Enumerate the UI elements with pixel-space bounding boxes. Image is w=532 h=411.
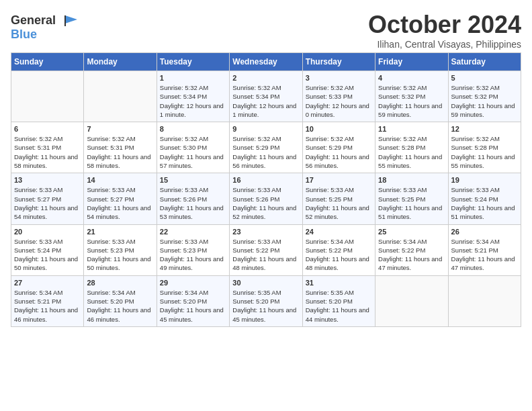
day-info: Sunrise: 5:34 AMSunset: 5:20 PMDaylight:… <box>87 288 153 324</box>
day-number: 15 <box>160 176 226 184</box>
day-info: Sunrise: 5:33 AMSunset: 5:26 PMDaylight:… <box>160 185 226 221</box>
calendar-week-row: 1Sunrise: 5:32 AMSunset: 5:34 PMDaylight… <box>11 71 521 122</box>
day-info: Sunrise: 5:32 AMSunset: 5:30 PMDaylight:… <box>160 134 226 170</box>
day-info: Sunrise: 5:33 AMSunset: 5:25 PMDaylight:… <box>378 185 445 221</box>
calendar-header-row: SundayMondayTuesdayWednesdayThursdayFrid… <box>11 53 521 71</box>
day-info: Sunrise: 5:32 AMSunset: 5:28 PMDaylight:… <box>378 134 445 170</box>
day-number: 9 <box>232 125 299 133</box>
calendar-day-header: Thursday <box>302 53 375 71</box>
svg-marker-0 <box>65 15 77 24</box>
day-info: Sunrise: 5:33 AMSunset: 5:23 PMDaylight:… <box>87 237 153 273</box>
calendar-cell: 25Sunrise: 5:34 AMSunset: 5:22 PMDayligh… <box>375 224 448 275</box>
calendar-cell: 27Sunrise: 5:34 AMSunset: 5:21 PMDayligh… <box>11 275 84 326</box>
calendar-cell: 8Sunrise: 5:32 AMSunset: 5:30 PMDaylight… <box>157 122 229 173</box>
logo: General Blue <box>11 13 79 42</box>
calendar-week-row: 20Sunrise: 5:33 AMSunset: 5:24 PMDayligh… <box>11 224 521 275</box>
title-section: October 2024 Ilihan, Central Visayas, Ph… <box>368 11 521 50</box>
calendar-day-header: Tuesday <box>157 53 229 71</box>
calendar-cell: 5Sunrise: 5:32 AMSunset: 5:32 PMDaylight… <box>448 71 521 122</box>
day-number: 2 <box>232 74 299 82</box>
calendar-cell: 30Sunrise: 5:35 AMSunset: 5:20 PMDayligh… <box>230 275 302 326</box>
day-number: 14 <box>87 176 153 184</box>
day-number: 27 <box>14 279 81 287</box>
calendar-cell: 31Sunrise: 5:35 AMSunset: 5:20 PMDayligh… <box>302 275 375 326</box>
day-info: Sunrise: 5:33 AMSunset: 5:26 PMDaylight:… <box>232 185 299 221</box>
day-number: 20 <box>14 228 81 236</box>
calendar-cell: 18Sunrise: 5:33 AMSunset: 5:25 PMDayligh… <box>375 173 448 224</box>
calendar-cell: 23Sunrise: 5:33 AMSunset: 5:22 PMDayligh… <box>230 224 302 275</box>
calendar-day-header: Friday <box>375 53 448 71</box>
day-number: 5 <box>451 74 518 82</box>
day-number: 31 <box>306 279 372 287</box>
day-info: Sunrise: 5:33 AMSunset: 5:27 PMDaylight:… <box>14 185 81 221</box>
day-info: Sunrise: 5:32 AMSunset: 5:34 PMDaylight:… <box>160 83 226 119</box>
day-info: Sunrise: 5:33 AMSunset: 5:23 PMDaylight:… <box>160 237 226 273</box>
day-number: 8 <box>160 125 226 133</box>
day-info: Sunrise: 5:32 AMSunset: 5:28 PMDaylight:… <box>451 134 518 170</box>
calendar-week-row: 13Sunrise: 5:33 AMSunset: 5:27 PMDayligh… <box>11 173 521 224</box>
calendar-cell: 9Sunrise: 5:32 AMSunset: 5:29 PMDaylight… <box>230 122 302 173</box>
calendar-cell: 2Sunrise: 5:32 AMSunset: 5:34 PMDaylight… <box>230 71 302 122</box>
day-number: 17 <box>306 176 372 184</box>
calendar-cell: 6Sunrise: 5:32 AMSunset: 5:31 PMDaylight… <box>11 122 84 173</box>
calendar-day-header: Monday <box>84 53 157 71</box>
day-number: 23 <box>232 228 299 236</box>
calendar-week-row: 6Sunrise: 5:32 AMSunset: 5:31 PMDaylight… <box>11 122 521 173</box>
calendar-cell: 24Sunrise: 5:34 AMSunset: 5:22 PMDayligh… <box>302 224 375 275</box>
calendar-cell <box>84 71 157 122</box>
day-number: 13 <box>14 176 81 184</box>
calendar-day-header: Saturday <box>448 53 521 71</box>
day-info: Sunrise: 5:33 AMSunset: 5:24 PMDaylight:… <box>451 185 518 221</box>
day-info: Sunrise: 5:32 AMSunset: 5:31 PMDaylight:… <box>14 134 81 170</box>
day-number: 11 <box>378 125 445 133</box>
calendar-cell: 11Sunrise: 5:32 AMSunset: 5:28 PMDayligh… <box>375 122 448 173</box>
day-number: 28 <box>87 279 153 287</box>
day-number: 16 <box>232 176 299 184</box>
calendar-cell: 3Sunrise: 5:32 AMSunset: 5:33 PMDaylight… <box>302 71 375 122</box>
day-info: Sunrise: 5:32 AMSunset: 5:29 PMDaylight:… <box>232 134 299 170</box>
calendar-cell <box>448 275 521 326</box>
day-number: 19 <box>451 176 518 184</box>
day-number: 26 <box>451 228 518 236</box>
day-info: Sunrise: 5:35 AMSunset: 5:20 PMDaylight:… <box>306 288 372 324</box>
day-info: Sunrise: 5:32 AMSunset: 5:29 PMDaylight:… <box>306 134 372 170</box>
day-info: Sunrise: 5:34 AMSunset: 5:22 PMDaylight:… <box>378 237 445 273</box>
calendar-cell: 4Sunrise: 5:32 AMSunset: 5:32 PMDaylight… <box>375 71 448 122</box>
calendar-cell: 14Sunrise: 5:33 AMSunset: 5:27 PMDayligh… <box>84 173 157 224</box>
day-info: Sunrise: 5:34 AMSunset: 5:20 PMDaylight:… <box>160 288 226 324</box>
day-info: Sunrise: 5:32 AMSunset: 5:31 PMDaylight:… <box>87 134 153 170</box>
calendar-day-header: Wednesday <box>230 53 302 71</box>
day-info: Sunrise: 5:34 AMSunset: 5:22 PMDaylight:… <box>306 237 372 273</box>
calendar-cell: 12Sunrise: 5:32 AMSunset: 5:28 PMDayligh… <box>448 122 521 173</box>
day-number: 6 <box>14 125 81 133</box>
day-info: Sunrise: 5:34 AMSunset: 5:21 PMDaylight:… <box>451 237 518 273</box>
page-header: General Blue October 2024 Ilihan, Centra… <box>11 11 521 50</box>
day-number: 10 <box>306 125 372 133</box>
day-info: Sunrise: 5:32 AMSunset: 5:33 PMDaylight:… <box>306 83 372 119</box>
calendar-cell: 29Sunrise: 5:34 AMSunset: 5:20 PMDayligh… <box>157 275 229 326</box>
calendar-cell: 15Sunrise: 5:33 AMSunset: 5:26 PMDayligh… <box>157 173 229 224</box>
calendar-cell: 26Sunrise: 5:34 AMSunset: 5:21 PMDayligh… <box>448 224 521 275</box>
day-number: 4 <box>378 74 445 82</box>
calendar-day-header: Sunday <box>11 53 84 71</box>
calendar-cell: 17Sunrise: 5:33 AMSunset: 5:25 PMDayligh… <box>302 173 375 224</box>
calendar-cell: 1Sunrise: 5:32 AMSunset: 5:34 PMDaylight… <box>157 71 229 122</box>
day-info: Sunrise: 5:33 AMSunset: 5:25 PMDaylight:… <box>306 185 372 221</box>
day-number: 3 <box>306 74 372 82</box>
logo-general-text: General <box>11 13 56 28</box>
month-title: October 2024 <box>368 11 521 39</box>
calendar-cell: 13Sunrise: 5:33 AMSunset: 5:27 PMDayligh… <box>11 173 84 224</box>
day-info: Sunrise: 5:34 AMSunset: 5:21 PMDaylight:… <box>14 288 81 324</box>
day-number: 18 <box>378 176 445 184</box>
day-info: Sunrise: 5:32 AMSunset: 5:34 PMDaylight:… <box>232 83 299 119</box>
day-info: Sunrise: 5:33 AMSunset: 5:27 PMDaylight:… <box>87 185 153 221</box>
day-info: Sunrise: 5:33 AMSunset: 5:22 PMDaylight:… <box>232 237 299 273</box>
day-number: 1 <box>160 74 226 82</box>
day-info: Sunrise: 5:33 AMSunset: 5:24 PMDaylight:… <box>14 237 81 273</box>
day-number: 21 <box>87 228 153 236</box>
calendar-cell: 10Sunrise: 5:32 AMSunset: 5:29 PMDayligh… <box>302 122 375 173</box>
calendar-cell: 21Sunrise: 5:33 AMSunset: 5:23 PMDayligh… <box>84 224 157 275</box>
calendar-cell: 28Sunrise: 5:34 AMSunset: 5:20 PMDayligh… <box>84 275 157 326</box>
day-number: 12 <box>451 125 518 133</box>
calendar-cell: 16Sunrise: 5:33 AMSunset: 5:26 PMDayligh… <box>230 173 302 224</box>
